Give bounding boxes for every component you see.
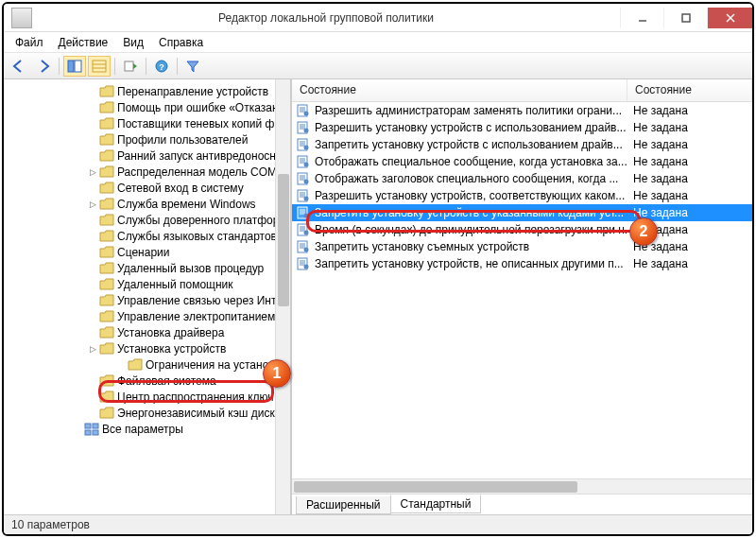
policy-row[interactable]: Разрешить установку устройств, соответст… — [292, 187, 752, 204]
forward-button[interactable] — [32, 56, 55, 77]
tree-scrollbar[interactable] — [275, 79, 290, 514]
help-button[interactable]: ? — [150, 56, 173, 77]
policy-row[interactable]: Запретить установку устройств с использо… — [292, 136, 752, 153]
menu-file[interactable]: Файл — [8, 34, 51, 51]
svg-point-60 — [304, 248, 309, 252]
tree-item[interactable]: Файловая система — [6, 373, 290, 389]
toolbar: ? — [4, 53, 752, 79]
policy-icon — [296, 205, 311, 220]
tree-item[interactable]: Сетевой вход в систему — [6, 180, 290, 196]
policy-icon — [296, 171, 311, 186]
list-scrollbar-h[interactable] — [292, 478, 752, 494]
policy-row[interactable]: Отображать заголовок специального сообще… — [292, 170, 752, 187]
tree-item[interactable]: Удаленный вызов процедур — [6, 260, 290, 276]
tree-item[interactable]: Помощь при ошибке «Отказан — [6, 99, 290, 115]
policy-row[interactable]: Запретить установку устройств, не описан… — [292, 255, 752, 272]
maximize-button[interactable] — [663, 8, 707, 28]
policy-row[interactable]: Отображать специальное сообщение, когда … — [292, 153, 752, 170]
folder-icon — [99, 262, 114, 275]
policy-row[interactable]: Разрешить установку устройств с использо… — [292, 119, 752, 136]
tree-item[interactable]: Службы языковых стандартов — [6, 228, 290, 244]
tree-item-label: Профили пользователей — [117, 133, 248, 147]
policy-state: Не задана — [627, 172, 752, 185]
tab-standard[interactable]: Стандартный — [390, 495, 482, 513]
tree-item-label: Центр распространения ключ — [117, 390, 274, 404]
svg-rect-4 — [68, 61, 74, 72]
tree-item[interactable]: ▷Установка устройств — [6, 340, 290, 356]
tree-item[interactable]: Управление электропитанием — [6, 308, 290, 324]
tree-item-label: Энергонезависимый кэш диск — [117, 407, 275, 420]
svg-rect-15 — [93, 430, 98, 435]
list-pane: Состояние Состояние Разрешить администра… — [292, 79, 752, 514]
policy-row[interactable]: Разрешить администраторам заменять полит… — [292, 102, 752, 119]
status-bar: 10 параметров — [4, 514, 752, 535]
tree-item[interactable]: Перенаправление устройств — [6, 83, 290, 99]
export-button[interactable] — [119, 56, 142, 77]
policy-state: Не задана — [627, 121, 752, 134]
policy-row[interactable]: Время (в секундах) до принудительной пер… — [292, 221, 752, 238]
menu-action[interactable]: Действие — [51, 34, 116, 51]
view-tabs: Расширенный Стандартный — [292, 494, 752, 514]
tree-item-label: Поставщики теневых копий фай — [117, 117, 287, 130]
policy-row[interactable]: Запретить установку устройств с указанны… — [292, 204, 752, 221]
tree-item-all-params[interactable]: Все параметры — [6, 421, 290, 437]
tree-item[interactable]: ▷Распределенная модель COM — [6, 164, 290, 180]
tree-item[interactable]: Ранний запуск антивредоносн — [6, 148, 290, 164]
tree-item-label: Перенаправление устройств — [117, 85, 268, 98]
menu-help[interactable]: Справка — [151, 34, 211, 51]
folder-icon — [128, 358, 143, 372]
tree-item-label: Файловая система — [117, 374, 216, 388]
tree-item[interactable]: Удаленный помощник — [6, 276, 290, 292]
svg-rect-12 — [85, 424, 91, 428]
show-tree-button[interactable] — [63, 56, 86, 77]
policy-name: Время (в секундах) до принудительной пер… — [315, 223, 627, 236]
tree-item-label: Удаленный помощник — [117, 278, 233, 291]
tree-item-label: Установка устройств — [117, 342, 226, 356]
menu-bar: Файл Действие Вид Справка — [4, 32, 752, 53]
tab-extended[interactable]: Расширенный — [296, 496, 391, 514]
policy-state: Не задана — [627, 240, 752, 253]
policy-icon — [296, 256, 311, 271]
tree-item[interactable]: Энергонезависимый кэш диск — [6, 405, 290, 421]
svg-point-55 — [304, 231, 309, 235]
tree-item[interactable]: Центр распространения ключ — [6, 389, 290, 405]
window-title: Редактор локальной групповой политики — [32, 11, 620, 25]
tree-item[interactable]: Сценарии — [6, 244, 290, 260]
folder-icon — [99, 182, 114, 195]
filter-button[interactable] — [181, 56, 204, 77]
policy-icon — [296, 222, 311, 237]
folder-icon — [99, 165, 114, 179]
column-header-state1[interactable]: Состояние — [292, 79, 627, 101]
tree-item[interactable]: Установка драйвера — [6, 324, 290, 340]
policy-row[interactable]: Запретить установку съемных устройствНе … — [292, 238, 752, 255]
folder-icon — [99, 342, 114, 356]
folder-icon — [99, 390, 114, 404]
menu-view[interactable]: Вид — [115, 34, 151, 51]
minimize-button[interactable] — [620, 8, 663, 28]
policy-state: Не задана — [627, 104, 752, 117]
tree-item[interactable]: Профили пользователей — [6, 131, 290, 148]
back-button[interactable] — [8, 56, 30, 77]
folder-icon — [99, 246, 114, 259]
tree-item-label: Сценарии — [117, 246, 169, 259]
tree-item-label: Ранний запуск антивредоносн — [117, 149, 276, 163]
details-button[interactable] — [88, 56, 111, 77]
policy-icon — [296, 137, 311, 152]
tree-item[interactable]: ▷Служба времени Windows — [6, 196, 290, 212]
all-params-icon — [84, 423, 99, 436]
tree-item[interactable]: Ограничения на установку — [6, 356, 290, 373]
tree-item[interactable]: Поставщики теневых копий фай — [6, 115, 290, 131]
folder-icon — [99, 294, 114, 307]
policy-name: Разрешить установку устройств, соответст… — [315, 189, 625, 202]
tree-item[interactable]: Управление связью через Инт — [6, 292, 290, 308]
policy-icon — [296, 120, 311, 135]
column-header-state2[interactable]: Состояние — [627, 79, 752, 101]
folder-icon — [99, 133, 114, 147]
tree-item[interactable]: Службы доверенного платфор — [6, 212, 290, 228]
folder-icon — [99, 101, 114, 114]
title-bar: Редактор локальной групповой политики — [4, 4, 752, 32]
tree-item-label: Управление связью через Инт — [117, 294, 276, 307]
close-button[interactable] — [707, 8, 752, 28]
list-header: Состояние Состояние — [292, 79, 752, 102]
tree-item-label: Службы доверенного платфор — [117, 214, 279, 227]
